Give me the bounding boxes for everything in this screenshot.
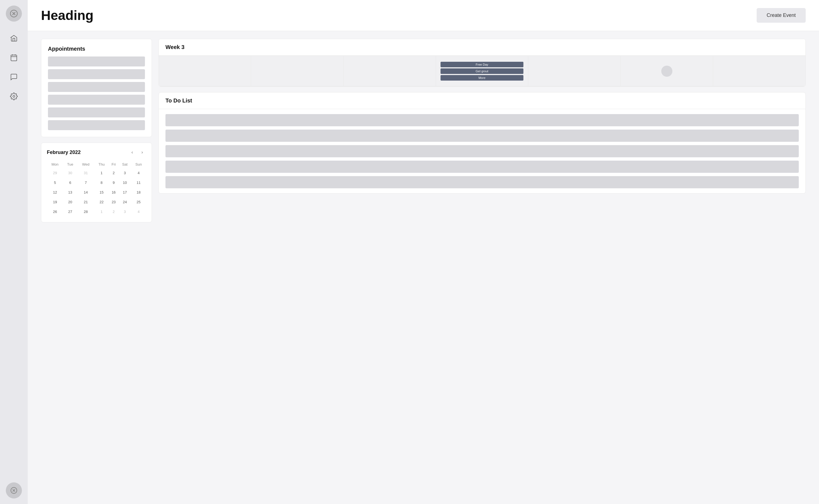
top-avatar[interactable] xyxy=(6,6,22,22)
week-cell-2 xyxy=(344,56,436,86)
cal-day[interactable]: 18 xyxy=(131,187,146,197)
calendar-prev-button[interactable]: ‹ xyxy=(128,148,136,156)
cal-day[interactable]: 1 xyxy=(94,207,109,217)
cal-day[interactable]: 1 xyxy=(94,168,109,178)
left-column: Appointments February 2022 ‹ › xyxy=(41,39,152,496)
message-icon xyxy=(10,73,18,81)
sidebar-item-messages[interactable] xyxy=(6,69,22,85)
cal-day[interactable]: 19 xyxy=(47,197,63,207)
cal-day[interactable]: 28 xyxy=(77,207,94,217)
week-cell-events: Free Day Get grout More xyxy=(440,62,523,81)
appointments-title: Appointments xyxy=(48,46,145,52)
todo-list xyxy=(159,109,805,193)
cal-day[interactable]: 13 xyxy=(63,187,77,197)
cal-day[interactable]: 31 xyxy=(77,168,94,178)
cal-day[interactable]: 9 xyxy=(109,178,118,187)
cal-day[interactable]: 3 xyxy=(119,207,131,217)
appointment-row xyxy=(48,56,145,66)
cal-day[interactable]: 24 xyxy=(119,197,131,207)
create-event-button[interactable]: Create Event xyxy=(757,8,806,23)
event-badge-get-grout[interactable]: Get grout xyxy=(440,68,523,74)
cal-day[interactable]: 3 xyxy=(119,168,131,178)
cal-day[interactable]: 30 xyxy=(63,168,77,178)
sidebar-item-home[interactable] xyxy=(6,30,22,47)
main-content: Heading Create Event Appointments xyxy=(28,0,819,504)
cal-day-header: Tue xyxy=(63,161,77,168)
week3-grid: Free Day Get grout More xyxy=(159,56,805,86)
cal-day[interactable]: 2 xyxy=(109,207,118,217)
home-icon xyxy=(10,34,18,42)
cal-day[interactable]: 21 xyxy=(77,197,94,207)
cal-day[interactable]: 25 xyxy=(131,197,146,207)
todo-title: To Do List xyxy=(159,92,805,109)
cal-day[interactable]: 12 xyxy=(47,187,63,197)
todo-row xyxy=(165,130,799,142)
week3-title: Week 3 xyxy=(159,39,805,56)
cal-day[interactable]: 16 xyxy=(109,187,118,197)
calendar-panel: February 2022 ‹ › Mon Tue Wed Thu Fri xyxy=(41,143,152,222)
svg-point-7 xyxy=(13,96,15,97)
event-badge-free-day[interactable]: Free Day xyxy=(440,62,523,67)
page-title: Heading xyxy=(41,8,93,23)
week-cell-0 xyxy=(159,56,251,86)
calendar-next-button[interactable]: › xyxy=(138,148,146,156)
svg-rect-3 xyxy=(11,55,17,61)
right-column: Week 3 Free Day Get grout More xyxy=(158,39,806,496)
x-icon xyxy=(10,9,18,18)
cal-day[interactable]: 27 xyxy=(63,207,77,217)
sidebar-item-settings[interactable] xyxy=(6,88,22,105)
bottom-avatar[interactable] xyxy=(6,482,22,498)
calendar-header: February 2022 ‹ › xyxy=(47,148,146,156)
week-cell-4 xyxy=(528,56,621,86)
cal-day[interactable]: 8 xyxy=(94,178,109,187)
header: Heading Create Event xyxy=(28,0,819,31)
calendar-grid: Mon Tue Wed Thu Fri Sat Sun 29 30 xyxy=(47,161,146,217)
todo-panel: To Do List xyxy=(158,92,806,194)
appointment-row xyxy=(48,69,145,79)
gear-icon xyxy=(10,92,18,100)
cal-day[interactable]: 20 xyxy=(63,197,77,207)
calendar-icon xyxy=(10,54,18,61)
content-area: Appointments February 2022 ‹ › xyxy=(28,31,819,504)
cal-day[interactable]: 29 xyxy=(47,168,63,178)
todo-row xyxy=(165,176,799,188)
appointment-row xyxy=(48,120,145,130)
cal-day-header: Wed xyxy=(77,161,94,168)
week-cell-3: Free Day Get grout More xyxy=(436,56,528,86)
event-badge-more[interactable]: More xyxy=(440,75,523,81)
cal-day[interactable]: 11 xyxy=(131,178,146,187)
cal-day[interactable]: 5 xyxy=(47,178,63,187)
cal-day[interactable]: 4 xyxy=(131,207,146,217)
week-cell-5 xyxy=(621,56,713,86)
cal-day[interactable]: 14 xyxy=(77,187,94,197)
appointments-list xyxy=(48,56,145,130)
cal-day[interactable]: 15 xyxy=(94,187,109,197)
cal-day[interactable]: 22 xyxy=(94,197,109,207)
sidebar-item-calendar[interactable] xyxy=(6,49,22,66)
cal-day-header: Thu xyxy=(94,161,109,168)
sidebar-nav xyxy=(6,30,22,480)
sidebar xyxy=(0,0,28,504)
cal-day[interactable]: 7 xyxy=(77,178,94,187)
week-cell-6 xyxy=(713,56,805,86)
cal-day-header: Sun xyxy=(131,161,146,168)
cal-day[interactable]: 2 xyxy=(109,168,118,178)
week-cell-circle xyxy=(661,66,673,77)
appointment-row xyxy=(48,82,145,92)
cal-day[interactable]: 23 xyxy=(109,197,118,207)
cal-day[interactable]: 26 xyxy=(47,207,63,217)
cal-day[interactable]: 6 xyxy=(63,178,77,187)
cal-day[interactable]: 4 xyxy=(131,168,146,178)
cal-day-header: Fri xyxy=(109,161,118,168)
cal-day[interactable]: 17 xyxy=(119,187,131,197)
todo-row xyxy=(165,145,799,157)
appointment-row xyxy=(48,107,145,117)
week-cell-1 xyxy=(251,56,343,86)
calendar-nav: ‹ › xyxy=(128,148,146,156)
week3-panel: Week 3 Free Day Get grout More xyxy=(158,39,806,87)
todo-row xyxy=(165,161,799,173)
cal-day[interactable]: 10 xyxy=(119,178,131,187)
todo-row xyxy=(165,114,799,126)
calendar-title: February 2022 xyxy=(47,150,81,155)
appointment-row xyxy=(48,95,145,105)
